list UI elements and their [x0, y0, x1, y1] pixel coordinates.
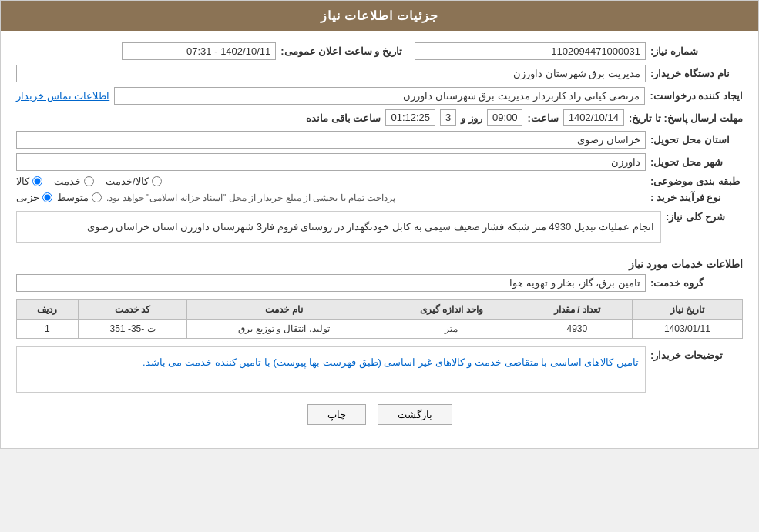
radio-jozvi[interactable]: جزیی — [16, 192, 52, 203]
need-description-value: انجام عملیات تبدیل 4930 متر شبکه فشار ضع… — [16, 211, 661, 243]
buyer-name-label: نام دستگاه خریدار: — [650, 68, 743, 79]
process-note: پرداخت تمام یا بخشی از مبلغ خریدار از مح… — [106, 192, 395, 203]
date-value: 1402/10/11 - 07:31 — [122, 42, 276, 60]
date-label: تاریخ و ساعت اعلان عمومی: — [280, 45, 402, 57]
service-group-label: گروه خدمت: — [650, 277, 743, 289]
table-row: 1403/01/11 4930 متر تولید، انتقال و توزی… — [17, 320, 743, 339]
cell-service-name: تولید، انتقال و توزیع برق — [187, 320, 381, 339]
requester-label: ایجاد کننده درخواست: — [650, 90, 743, 102]
category-label: طبقه بندی موضوعی: — [650, 176, 743, 187]
radio-motavaset[interactable]: متوسط — [57, 192, 102, 203]
reply-remaining-label: ساعت باقی مانده — [306, 112, 381, 124]
page-title: جزئیات اطلاعات نیاز — [1, 1, 758, 31]
contact-link[interactable]: اطلاعات تماس خریدار — [16, 90, 109, 102]
category-radio-group: کالا/خدمت خدمت کالا — [16, 176, 646, 187]
need-description-label: شرح کلی نیاز: — [666, 211, 743, 223]
radio-kala-khadamat[interactable]: کالا/خدمت — [106, 176, 162, 187]
reply-time-label: ساعت: — [527, 112, 558, 124]
reply-date-value: 1402/10/14 — [563, 109, 624, 126]
motavaset-label: متوسط — [57, 192, 89, 203]
col-date: تاریخ نیاز — [632, 300, 742, 320]
province-label: استان محل تحویل: — [650, 134, 743, 146]
col-service-code: کد خدمت — [78, 300, 186, 320]
cell-row-number: 1 — [17, 320, 79, 339]
jozvi-label: جزیی — [16, 192, 39, 203]
buyer-notes-label: توضیحات خریدار: — [650, 346, 743, 361]
need-number-label: شماره نیاز: — [650, 45, 743, 57]
col-service-name: نام خدمت — [187, 300, 381, 320]
reply-remaining-value: 01:12:25 — [385, 109, 435, 126]
buyer-name-value: مدیریت برق شهرستان داورزن — [16, 65, 646, 82]
col-unit: واحد اندازه گیری — [381, 300, 522, 320]
khadamat-label: خدمت — [54, 176, 81, 187]
kala-label: کالا — [16, 176, 29, 187]
radio-kala[interactable]: کالا — [16, 176, 42, 187]
cell-date: 1403/01/11 — [632, 320, 742, 339]
kala-khadamat-label: کالا/خدمت — [106, 176, 149, 187]
back-button[interactable]: بازگشت — [378, 404, 452, 425]
col-row-number: ردیف — [17, 300, 79, 320]
service-group-value: تامین برق، گاز، بخار و تهویه هوا — [16, 274, 646, 292]
process-type-label: نوع فرآیند خرید : — [650, 192, 743, 203]
city-value: داورزن — [16, 153, 646, 171]
requester-value: مرتضی کیانی راد کاربردار مدیریت برق شهرس… — [114, 87, 645, 105]
services-table: تاریخ نیاز تعداد / مقدار واحد اندازه گیر… — [16, 299, 743, 339]
city-label: شهر محل تحویل: — [650, 156, 743, 168]
reply-time-value: 09:00 — [487, 109, 523, 126]
buyer-notes-value: تامین کالاهای اساسی با متقاضی خدمت و کال… — [16, 346, 646, 393]
button-row: بازگشت چاپ — [16, 404, 743, 437]
need-number-value: 1102094471000031 — [415, 42, 646, 60]
reply-days-label: روز و — [461, 112, 482, 124]
print-button[interactable]: چاپ — [307, 404, 366, 425]
cell-service-code: ت -35- 351 — [78, 320, 186, 339]
province-value: خراسان رضوی — [16, 131, 646, 149]
services-title: اطلاعات خدمات مورد نیاز — [16, 258, 743, 270]
cell-quantity: 4930 — [522, 320, 632, 339]
radio-khadamat[interactable]: خدمت — [54, 176, 94, 187]
cell-unit: متر — [381, 320, 522, 339]
col-quantity: تعداد / مقدار — [522, 300, 632, 320]
buyer-notes-row: توضیحات خریدار: تامین کالاهای اساسی با م… — [16, 346, 743, 393]
reply-deadline-label: مهلت ارسال پاسخ: تا تاریخ: — [629, 112, 743, 124]
reply-days-value: 3 — [440, 109, 456, 126]
